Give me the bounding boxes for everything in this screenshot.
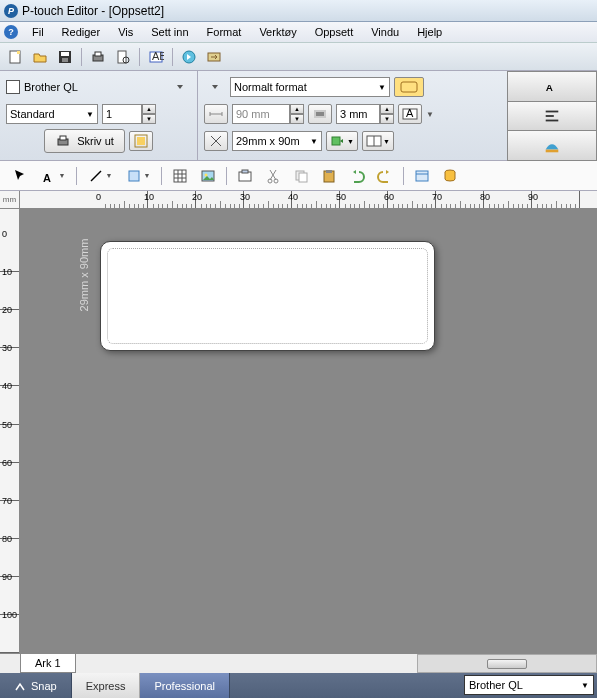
panel-expand-icon[interactable] xyxy=(204,76,226,98)
orientation-landscape-button[interactable] xyxy=(394,77,424,97)
svg-rect-48 xyxy=(299,173,307,182)
pointer-tool[interactable] xyxy=(8,164,32,188)
main-toolbar: ABC xyxy=(0,43,597,71)
ruler-tick xyxy=(484,191,532,208)
spin-down-icon[interactable]: ▼ xyxy=(142,114,156,124)
table-tool[interactable] xyxy=(168,164,192,188)
shape-tool[interactable]: ▼ xyxy=(121,164,155,188)
copies-spinner[interactable]: ▲▼ xyxy=(102,104,156,124)
feed-icon[interactable]: ▼ xyxy=(326,131,358,151)
save-button[interactable] xyxy=(54,46,76,68)
screenshot-tool[interactable] xyxy=(233,164,257,188)
ruler-tick xyxy=(148,191,196,208)
transfer-button[interactable] xyxy=(203,46,225,68)
image-tool[interactable] xyxy=(196,164,220,188)
spin-up-icon[interactable]: ▲ xyxy=(380,104,394,114)
svg-rect-25 xyxy=(332,137,340,145)
cut-button[interactable] xyxy=(261,164,285,188)
label-canvas[interactable] xyxy=(100,241,435,351)
text-tool[interactable]: A▼ xyxy=(36,164,70,188)
object-toolbar: A▼ ▼ ▼ xyxy=(0,161,597,191)
copy-button[interactable] xyxy=(289,164,313,188)
print-button[interactable] xyxy=(87,46,109,68)
menu-layout[interactable]: Oppsett xyxy=(307,24,362,40)
menu-window[interactable]: Vindu xyxy=(363,24,407,40)
spin-down-icon[interactable]: ▼ xyxy=(380,114,394,124)
spin-up-icon[interactable]: ▲ xyxy=(142,104,156,114)
ruler-horizontal xyxy=(20,191,597,209)
svg-text:A: A xyxy=(43,172,51,184)
ruler-tick xyxy=(244,191,292,208)
menu-view[interactable]: Vis xyxy=(110,24,141,40)
margin-spinner[interactable]: ▲▼ xyxy=(336,104,394,124)
canvas-area[interactable]: 29mm x 90mm xyxy=(20,209,597,653)
help-icon[interactable]: ? xyxy=(4,25,18,39)
paste-button[interactable] xyxy=(317,164,341,188)
spin-down-icon[interactable]: ▼ xyxy=(290,114,304,124)
length-lock-icon[interactable] xyxy=(204,131,228,151)
new-button[interactable] xyxy=(4,46,26,68)
open-button[interactable] xyxy=(29,46,51,68)
align-tab[interactable] xyxy=(507,101,597,132)
menu-help[interactable]: Hjelp xyxy=(409,24,450,40)
mode-professional[interactable]: Professional xyxy=(140,673,230,698)
width-spinner[interactable]: ▲▼ xyxy=(232,104,304,124)
window-title: P-touch Editor - [Oppsett2] xyxy=(22,4,164,18)
printer-select[interactable]: Brother QL ▼ xyxy=(464,675,594,695)
print-button-large[interactable]: Skriv ut xyxy=(44,129,125,153)
toolbar-separator xyxy=(226,167,227,185)
horizontal-scrollbar[interactable] xyxy=(417,654,597,673)
properties-button[interactable] xyxy=(410,164,434,188)
menu-insert[interactable]: Sett inn xyxy=(143,24,196,40)
mode-express-label: Express xyxy=(86,680,126,692)
app-icon: P xyxy=(4,4,18,18)
undo-button[interactable] xyxy=(345,164,369,188)
ruler-tick xyxy=(100,191,148,208)
textbox-auto-button[interactable]: A xyxy=(398,104,422,124)
media-select-value: 29mm x 90m xyxy=(236,135,300,147)
update-button[interactable] xyxy=(178,46,200,68)
quality-select[interactable]: Standard ▼ xyxy=(6,104,98,124)
layout-icon[interactable]: ▼ xyxy=(362,131,394,151)
chevron-down-icon: ▼ xyxy=(378,83,386,92)
menu-file[interactable]: Fil xyxy=(24,24,52,40)
line-tool[interactable]: ▼ xyxy=(83,164,117,188)
ruler-tick xyxy=(436,191,484,208)
printer-select-value: Brother QL xyxy=(469,679,523,691)
database-button[interactable] xyxy=(438,164,462,188)
media-select[interactable]: 29mm x 90m ▼ xyxy=(232,131,322,151)
toolbar-separator xyxy=(81,48,82,66)
chevron-down-icon: ▼ xyxy=(581,681,589,690)
quality-select-value: Standard xyxy=(10,108,55,120)
print-button-label: Skriv ut xyxy=(77,135,114,147)
sheet-tab[interactable]: Ark 1 xyxy=(20,654,76,673)
ruler-tick xyxy=(340,191,388,208)
preview-button[interactable] xyxy=(112,46,134,68)
menu-format[interactable]: Format xyxy=(199,24,250,40)
copies-input[interactable] xyxy=(102,104,142,124)
printer-name-label: Brother QL xyxy=(24,81,78,93)
titlebar: P P-touch Editor - [Oppsett2] xyxy=(0,0,597,22)
scroll-thumb[interactable] xyxy=(487,659,527,669)
panel-expand-icon[interactable] xyxy=(169,76,191,98)
menu-edit[interactable]: Rediger xyxy=(54,24,109,40)
svg-rect-32 xyxy=(546,149,559,152)
menu-tools[interactable]: Verktøy xyxy=(251,24,304,40)
svg-rect-20 xyxy=(316,112,324,116)
text-tab[interactable]: A xyxy=(507,71,597,102)
svg-rect-3 xyxy=(61,52,69,56)
mode-snap[interactable]: Snap xyxy=(0,673,72,698)
margin-input[interactable] xyxy=(336,104,380,124)
text-tool-button[interactable]: ABC xyxy=(145,46,167,68)
print-options-button[interactable] xyxy=(129,131,153,151)
mode-express[interactable]: Express xyxy=(72,673,141,698)
color-tab[interactable] xyxy=(507,130,597,161)
svg-rect-6 xyxy=(95,52,101,56)
redo-button[interactable] xyxy=(373,164,397,188)
format-select[interactable]: Normalt format ▼ xyxy=(230,77,390,97)
width-input[interactable] xyxy=(232,104,290,124)
ruler-tick xyxy=(532,191,580,208)
ruler-vertical xyxy=(0,209,20,653)
mode-professional-label: Professional xyxy=(154,680,215,692)
spin-up-icon[interactable]: ▲ xyxy=(290,104,304,114)
